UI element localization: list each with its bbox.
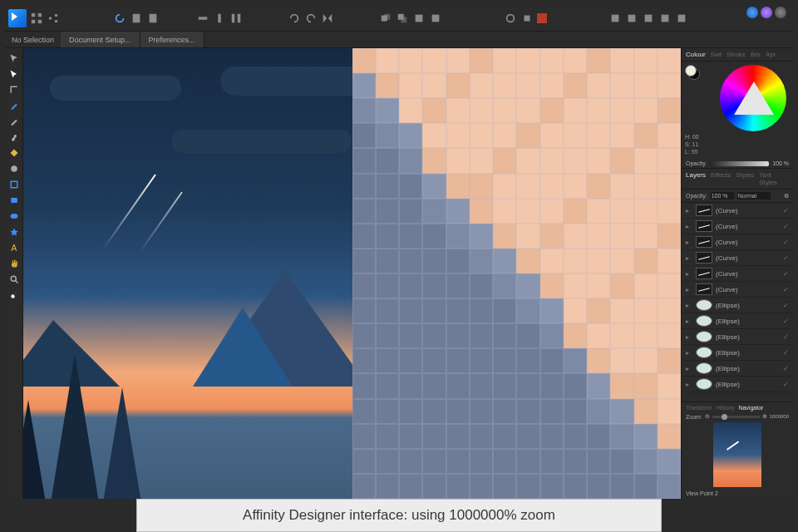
- color-panel-tabs: Colour Swt Stroke Brs Apr: [682, 48, 793, 62]
- color-wheel[interactable]: [720, 65, 786, 131]
- arrange-icon[interactable]: [379, 12, 392, 25]
- hsl-h: H: 60: [685, 133, 790, 140]
- svg-rect-1: [38, 12, 42, 16]
- tool-strip: A: [5, 48, 23, 499]
- persona-export[interactable]: [775, 7, 786, 18]
- pen-tool[interactable]: [7, 99, 21, 112]
- tab-swatches[interactable]: Swt: [711, 51, 722, 58]
- tab-stroke[interactable]: Stroke: [727, 51, 746, 58]
- zoom-in-icon[interactable]: ⊕: [762, 413, 767, 420]
- snap-icon[interactable]: [504, 12, 517, 25]
- svg-rect-14: [384, 13, 390, 19]
- tab-history[interactable]: History: [717, 405, 735, 411]
- star-tool[interactable]: [7, 225, 21, 239]
- tab-layers[interactable]: Layers: [686, 171, 706, 186]
- doc-icon[interactable]: [130, 12, 143, 25]
- tab-transform[interactable]: Transform: [686, 405, 712, 411]
- layer-row[interactable]: ▸(Ellipse)✓: [682, 345, 793, 361]
- canvas-normal[interactable]: [23, 48, 352, 499]
- grid-icon[interactable]: [30, 12, 43, 25]
- move-tool[interactable]: [7, 52, 21, 65]
- align-c-icon[interactable]: [213, 12, 226, 25]
- div-icon[interactable]: [658, 12, 672, 25]
- transparency-tool[interactable]: [7, 162, 21, 175]
- svg-rect-10: [218, 13, 221, 22]
- add-icon[interactable]: [608, 12, 622, 25]
- layer-row[interactable]: ▸(Curve)✓: [682, 250, 793, 266]
- svg-point-31: [11, 276, 16, 281]
- ellipse-tool[interactable]: [7, 209, 21, 223]
- layer-row[interactable]: ▸(Curve)✓: [682, 282, 793, 298]
- navigator-thumbnail[interactable]: [713, 422, 761, 487]
- svg-rect-8: [150, 13, 157, 22]
- layer-row[interactable]: ▸(Ellipse)✓: [682, 377, 793, 392]
- sync-icon[interactable]: [113, 12, 126, 25]
- persona-pixel[interactable]: [761, 7, 772, 18]
- opacity-label: Opacity: [686, 160, 706, 166]
- pan-tool[interactable]: [7, 257, 21, 270]
- node-tool[interactable]: [7, 67, 21, 81]
- zoom-slider[interactable]: [712, 416, 760, 418]
- rect-tool[interactable]: [7, 194, 21, 207]
- brush-tool[interactable]: [7, 131, 21, 144]
- fill-tool[interactable]: [7, 146, 21, 160]
- tab-navigator[interactable]: Navigator: [738, 405, 763, 411]
- layer-row[interactable]: ▸(Curve)✓: [682, 203, 793, 219]
- layer-opacity-label: Opacity:: [686, 193, 707, 199]
- viewpoint-label: View Point 2: [686, 489, 789, 496]
- canvas-zoomed[interactable]: [352, 48, 682, 499]
- zoom-label: Zoom:: [686, 414, 702, 420]
- color-wheel-panel: H: 60 S: 11 L: 95: [682, 62, 793, 159]
- gear-icon[interactable]: ⚙: [784, 193, 789, 200]
- color-picker-tool[interactable]: [7, 288, 21, 302]
- tab-brushes[interactable]: Brs: [751, 51, 761, 58]
- layer-row[interactable]: ▸(Curve)✓: [682, 219, 793, 234]
- svg-rect-7: [133, 13, 140, 22]
- rotate-r-icon[interactable]: [304, 12, 318, 25]
- pencil-tool[interactable]: [7, 115, 21, 128]
- zoom-out-icon[interactable]: ⊖: [705, 413, 710, 420]
- tab-textstyles[interactable]: Text Styles: [759, 171, 789, 186]
- persona-designer[interactable]: [746, 7, 758, 18]
- arrange2-icon[interactable]: [396, 12, 409, 25]
- flip-h-icon[interactable]: [321, 12, 334, 25]
- sub-icon[interactable]: [625, 12, 638, 25]
- doc2-icon[interactable]: [146, 12, 160, 25]
- zoom-tool[interactable]: [7, 273, 21, 286]
- layer-opacity-input[interactable]: [711, 192, 734, 200]
- int-icon[interactable]: [642, 12, 655, 25]
- fill-swatch[interactable]: [537, 13, 547, 23]
- layer-row[interactable]: ▸(Curve)✓: [682, 234, 793, 250]
- align-h-icon[interactable]: [196, 12, 209, 25]
- snap2-icon[interactable]: [520, 12, 534, 25]
- doc-setup-tab[interactable]: Document Setup...: [61, 32, 140, 47]
- share-icon[interactable]: [47, 12, 60, 25]
- comb-icon[interactable]: [675, 12, 688, 25]
- tab-colour[interactable]: Colour: [686, 51, 706, 58]
- layer-row[interactable]: ▸(Ellipse)✓: [682, 298, 793, 313]
- tab-appearance[interactable]: Apr: [766, 51, 776, 58]
- tab-styles[interactable]: Styles: [736, 171, 754, 186]
- arrange3-icon[interactable]: [412, 12, 426, 25]
- tab-effects[interactable]: Effects: [711, 171, 731, 186]
- text-tool[interactable]: A: [7, 241, 21, 254]
- layer-blend-input[interactable]: [737, 192, 771, 200]
- preferences-tab[interactable]: Preferences...: [140, 32, 204, 47]
- svg-rect-3: [38, 19, 42, 22]
- right-panels: Colour Swt Stroke Brs Apr H: 60 S: 11: [681, 48, 793, 499]
- align-v-icon[interactable]: [229, 12, 243, 25]
- context-bar: No Selection Document Setup... Preferenc…: [5, 32, 793, 48]
- arrange4-icon[interactable]: [429, 12, 442, 25]
- layer-row[interactable]: ▸(Ellipse)✓: [682, 329, 793, 345]
- svg-rect-28: [11, 198, 17, 203]
- layer-row[interactable]: ▸(Ellipse)✓: [682, 361, 793, 377]
- svg-point-26: [11, 165, 17, 172]
- caption-bar: Affinity Designer interface: using 10000…: [136, 499, 662, 532]
- corner-tool[interactable]: [7, 83, 21, 96]
- opacity-slider[interactable]: [709, 161, 769, 166]
- rotate-l-icon[interactable]: [288, 12, 301, 25]
- layer-row[interactable]: ▸(Ellipse)✓: [682, 313, 793, 329]
- layer-row[interactable]: ▸(Curve)✓: [682, 266, 793, 282]
- crop-tool[interactable]: [7, 178, 21, 191]
- svg-point-33: [13, 292, 17, 296]
